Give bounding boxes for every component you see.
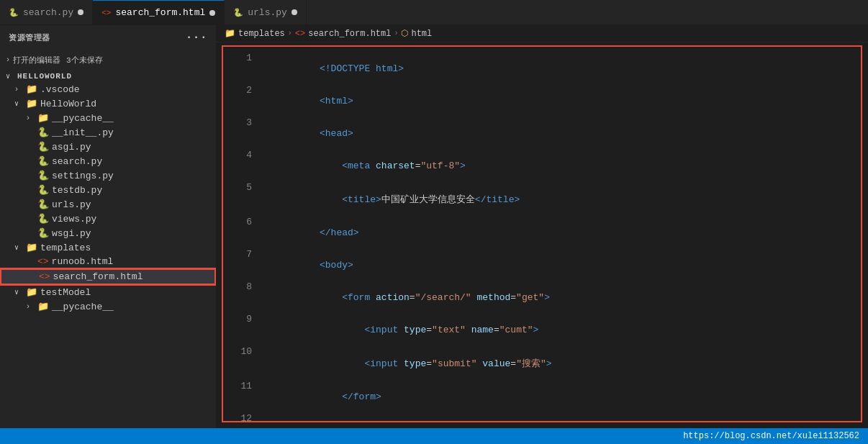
breadcrumb-templates: templates — [238, 29, 285, 39]
tree-item-asgi[interactable]: › 🐍 asgi.py — [0, 140, 216, 154]
code-line-2: 2 <html> — [223, 85, 861, 117]
code-line-12: 12 </body> — [223, 413, 861, 422]
line-number: 6 — [232, 217, 252, 227]
tab-search-py[interactable]: 🐍 search.py — [0, 0, 93, 25]
tree-label: __pycache__ — [52, 302, 114, 312]
sidebar-title: 资源管理器 — [9, 32, 50, 43]
code-line-1: 1 <!DOCTYPE html> — [223, 53, 861, 85]
python-file-icon: 🐍 — [37, 184, 49, 196]
folder-icon: 📁 — [26, 98, 37, 109]
tab-label: urls.py — [248, 7, 287, 18]
tree-item-vscode[interactable]: › 📁 .vscode — [0, 82, 216, 96]
tree-item-testmodel[interactable]: ∨ 📁 testModel — [0, 285, 216, 299]
expand-icon: › — [14, 86, 23, 94]
code-content: <head> — [263, 117, 353, 150]
file-tree: ∨ HELLOWORLD › 📁 .vscode ∨ 📁 HelloWorld … — [0, 71, 216, 428]
tree-label: .vscode — [40, 84, 80, 95]
tree-label: testModel — [40, 287, 91, 298]
tree-item-search-form[interactable]: › <> search_form.html — [0, 268, 216, 285]
expand-icon: ∨ — [14, 288, 23, 296]
line-number: 2 — [232, 85, 252, 96]
code-content: <input type="submit" value="搜索"> — [263, 346, 552, 381]
tree-item-settings[interactable]: › 🐍 settings.py — [0, 168, 216, 183]
expand-icon: ∨ — [14, 243, 23, 252]
tab-urls-py[interactable]: 🐍 urls.py — [225, 0, 307, 25]
line-number: 8 — [232, 281, 252, 292]
tree-label: wsgi.py — [52, 228, 91, 239]
tree-label: templates — [40, 243, 91, 253]
line-number: 4 — [232, 150, 252, 160]
code-line-3: 3 <head> — [223, 117, 861, 150]
tree-item-search-py[interactable]: › 🐍 search.py — [0, 154, 216, 168]
line-number: 10 — [232, 346, 252, 357]
line-number: 5 — [232, 182, 252, 193]
sidebar-header: 资源管理器 ··· — [0, 25, 216, 50]
sidebar: 资源管理器 ··· › 打开的编辑器 3个未保存 ∨ HELLOWORLD › … — [0, 25, 216, 428]
tree-item-init[interactable]: › 🐍 __init__.py — [0, 125, 216, 140]
code-line-9: 9 <input type="text" name="cumt"> — [223, 314, 861, 346]
html-breadcrumb-icon: <> — [295, 29, 305, 39]
open-editors-header[interactable]: › 打开的编辑器 3个未保存 — [0, 53, 216, 68]
expand-icon: ∨ — [6, 72, 14, 81]
tree-label: HelloWorld — [40, 99, 96, 109]
html-file-icon: <> — [37, 256, 49, 267]
tree-item-testdb[interactable]: › 🐍 testdb.py — [0, 183, 216, 197]
code-content: </form> — [263, 381, 381, 413]
folder-breadcrumb-icon: 📁 — [225, 28, 235, 39]
expand-icon: › — [26, 114, 35, 122]
expand-icon: › — [26, 303, 35, 311]
breadcrumb-sep-2: › — [394, 30, 398, 37]
editor-area: 📁 templates › <> search_form.html › ⬡ ht… — [216, 25, 868, 428]
tree-label: search_form.html — [53, 271, 143, 282]
code-line-8: 8 <form action="/search/" method="get"> — [223, 281, 861, 314]
breadcrumb-file: search_form.html — [308, 29, 391, 39]
code-content: <input type="text" name="cumt"> — [263, 314, 538, 346]
python-file-icon: 🐍 — [37, 141, 49, 153]
code-line-7: 7 <body> — [223, 249, 861, 281]
line-number: 12 — [232, 413, 252, 422]
open-editors-label: 打开的编辑器 — [13, 55, 60, 65]
code-content: <html> — [263, 85, 353, 117]
tree-item-templates[interactable]: ∨ 📁 templates — [0, 240, 216, 255]
html-icon: <> — [101, 9, 111, 17]
line-number: 3 — [232, 117, 252, 128]
tree-item-pycache2[interactable]: › 📁 __pycache__ — [0, 299, 216, 314]
tab-label: search_form.html — [115, 7, 205, 18]
tree-label: search.py — [52, 156, 102, 167]
python-file-icon: 🐍 — [37, 155, 49, 167]
breadcrumb-sep-1: › — [288, 30, 292, 37]
tree-label: __pycache__ — [52, 113, 114, 124]
tab-label: search.py — [23, 7, 73, 18]
tree-label: testdb.py — [52, 185, 102, 196]
tree-item-helloworld[interactable]: ∨ 📁 HelloWorld — [0, 96, 216, 111]
python-file-icon: 🐍 — [37, 127, 49, 138]
html-section-icon: ⬡ — [401, 28, 408, 39]
unsaved-dot — [78, 9, 83, 15]
main-layout: 资源管理器 ··· › 打开的编辑器 3个未保存 ∨ HELLOWORLD › … — [0, 25, 868, 428]
unsaved-dot — [209, 10, 215, 16]
tab-bar: 🐍 search.py <> search_form.html 🐍 urls.p… — [0, 0, 868, 25]
python-file-icon: 🐍 — [37, 170, 49, 181]
code-editor[interactable]: 1 <!DOCTYPE html> 2 <html> 3 <head> — [222, 45, 862, 422]
tree-label: runoob.html — [52, 256, 114, 267]
python-icon: 🐍 — [233, 8, 243, 17]
tree-item-urls-py[interactable]: › 🐍 urls.py — [0, 197, 216, 212]
open-editors-section: › 打开的编辑器 3个未保存 — [0, 50, 216, 71]
line-number: 7 — [232, 249, 252, 260]
breadcrumb: 📁 templates › <> search_form.html › ⬡ ht… — [216, 25, 868, 42]
folder-icon: 📁 — [26, 286, 37, 298]
sidebar-more-button[interactable]: ··· — [186, 31, 207, 44]
tree-item-views[interactable]: › 🐍 views.py — [0, 212, 216, 226]
tree-item-pycache[interactable]: › 📁 __pycache__ — [0, 111, 216, 125]
tab-search-form-html[interactable]: <> search_form.html — [93, 0, 225, 25]
tree-item-runoob[interactable]: › <> runoob.html — [0, 255, 216, 268]
line-number: 11 — [232, 381, 252, 391]
unsaved-badge: 3个未保存 — [63, 55, 106, 65]
tree-item-wsgi[interactable]: › 🐍 wsgi.py — [0, 226, 216, 240]
tree-root[interactable]: ∨ HELLOWORLD — [0, 71, 216, 82]
code-line-5: 5 <title>中国矿业大学信息安全</title> — [223, 182, 861, 217]
python-file-icon: 🐍 — [37, 199, 49, 210]
tree-label: views.py — [52, 214, 96, 225]
breadcrumb-section: ⬡ html — [401, 28, 432, 39]
code-line-10: 10 <input type="submit" value="搜索"> — [223, 346, 861, 381]
